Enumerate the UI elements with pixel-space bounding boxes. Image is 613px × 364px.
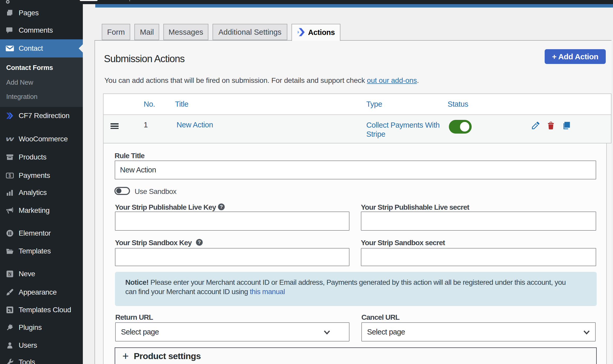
svg-text:N: N — [8, 271, 11, 276]
svg-text:$: $ — [9, 173, 11, 178]
svg-text:w: w — [6, 135, 14, 142]
